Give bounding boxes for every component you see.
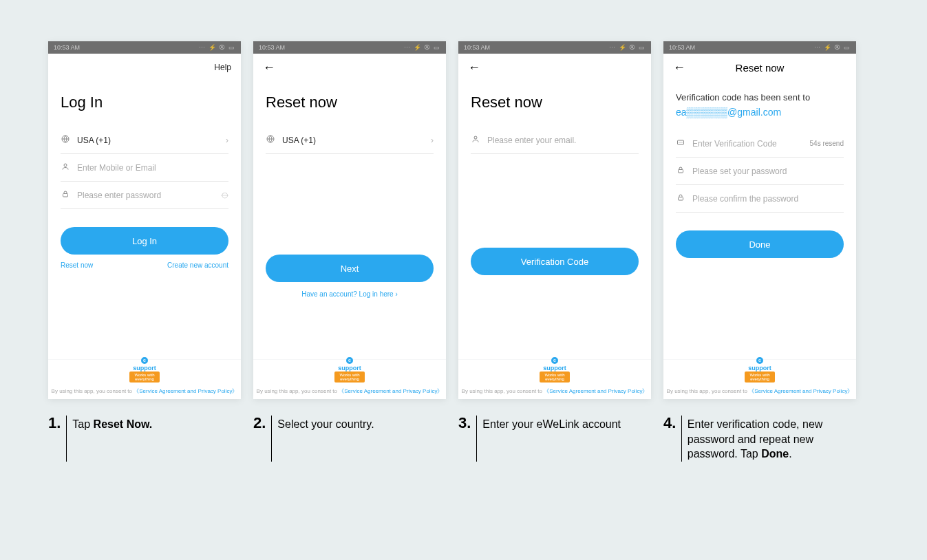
chevron-right-icon: › (226, 136, 228, 145)
status-icons: ⋯ ⚡ ⦿ ▭ (609, 44, 646, 51)
sent-email: ea▒▒▒▒▒▒@gmail.com (676, 107, 844, 118)
policy-prefix: By using this app, you consent to (52, 388, 134, 394)
code-icon (676, 138, 685, 149)
content: Log In USA (+1) › Enter Mobile or Email … (48, 81, 241, 399)
resend-timer: 54s resend (810, 140, 844, 147)
globe-icon (61, 135, 70, 145)
password-field[interactable]: Please enter password ⦵ (61, 182, 228, 209)
caption-bold: Done (761, 448, 789, 460)
status-icons: ⋯ ⚡ ⦿ ▭ (199, 44, 235, 51)
policy-link[interactable]: 《Service Agreement and Privacy Policy》 (339, 388, 443, 394)
support-e-icon: e (551, 357, 558, 364)
support-tag: Works with everything (745, 371, 775, 383)
policy-text: By using this app, you consent to 《Servi… (49, 387, 241, 395)
status-time: 10:53 AM (669, 44, 695, 51)
topbar-title: Reset now (663, 62, 856, 74)
sent-message: Verification code has been sent to (676, 92, 844, 103)
caption-text: Enter your eWeLink account (482, 416, 621, 432)
footer: e support Works with everything By using… (458, 337, 651, 399)
status-bar: 10:53 AM ⋯ ⚡ ⦿ ▭ (253, 41, 446, 54)
support-badge: e support Works with everything (129, 357, 160, 382)
done-button[interactable]: Done (676, 230, 844, 258)
caption-bold: Reset Now. (94, 418, 153, 430)
back-icon[interactable]: ← (263, 61, 275, 75)
country-label: USA (+1) (282, 136, 424, 145)
status-icons: ⋯ ⚡ ⦿ ▭ (404, 44, 440, 51)
globe-icon (266, 135, 275, 145)
back-icon[interactable]: ← (673, 61, 685, 75)
create-account-link[interactable]: Create new account (167, 261, 228, 269)
policy-prefix: By using this app, you consent to (667, 388, 749, 394)
caption-pre: Tap (72, 418, 93, 430)
email-field[interactable]: Please enter your email. (471, 127, 639, 154)
top-bar: ← (253, 54, 446, 81)
status-bar: 10:53 AM ⋯ ⚡ ⦿ ▭ (663, 41, 856, 54)
verification-code-button[interactable]: Verification Code (471, 248, 639, 275)
page-title: Log In (61, 94, 228, 111)
svg-rect-6 (679, 170, 683, 173)
status-icons: ⋯ ⚡ ⦿ ▭ (814, 44, 851, 51)
top-bar: ← Reset now (663, 54, 856, 81)
caption-1: 1. Tap Reset Now. (48, 416, 241, 462)
caption-post: . (789, 448, 791, 460)
support-badge: e support Works with everything (334, 357, 365, 382)
support-text: support (133, 365, 156, 371)
login-button[interactable]: Log In (61, 227, 228, 255)
caption-text: Select your country. (277, 416, 374, 432)
svg-rect-7 (679, 197, 683, 201)
support-tag: Works with everything (540, 371, 570, 383)
caption-text: Tap Reset Now. (72, 416, 152, 432)
lock-icon (676, 193, 685, 204)
chevron-right-icon: › (431, 136, 434, 145)
caption-2: 2. Select your country. (253, 416, 446, 462)
country-selector[interactable]: USA (+1) › (61, 127, 228, 154)
person-icon (471, 135, 480, 145)
top-bar: ← (458, 54, 651, 81)
svg-point-4 (474, 136, 477, 139)
footer: e support Works with everything By using… (663, 337, 856, 399)
caption-number: 1. (48, 416, 61, 431)
caption-3: 3. Enter your eWeLink account (458, 416, 651, 462)
username-placeholder: Enter Mobile or Email (77, 163, 228, 173)
person-icon (61, 162, 70, 173)
content: Reset now Please enter your email. Verif… (458, 81, 651, 399)
new-password-field[interactable]: Please set your password (676, 158, 844, 185)
caption-number: 2. (253, 416, 266, 431)
support-text: support (338, 365, 361, 371)
support-badge: e support Works with everything (540, 357, 570, 382)
caption-divider (66, 416, 67, 462)
svg-point-1 (64, 164, 67, 166)
captions-row: 1. Tap Reset Now. 2. Select your country… (0, 399, 927, 462)
policy-link[interactable]: 《Service Agreement and Privacy Policy》 (544, 388, 648, 394)
svg-rect-2 (63, 194, 68, 197)
policy-link[interactable]: 《Service Agreement and Privacy Policy》 (134, 388, 237, 394)
support-e-icon: e (141, 357, 148, 364)
screens-row: 10:53 AM ⋯ ⚡ ⦿ ▭ Help Log In USA (+1) › … (0, 0, 927, 399)
support-text: support (543, 365, 566, 371)
status-bar: 10:53 AM ⋯ ⚡ ⦿ ▭ (48, 41, 241, 54)
caption-number: 4. (663, 416, 676, 431)
policy-link[interactable]: 《Service Agreement and Privacy Policy》 (749, 388, 853, 394)
code-field[interactable]: Enter Verification Code 54s resend (676, 130, 844, 158)
login-here-link[interactable]: Have an account? Log in here › (266, 290, 434, 298)
content: Reset now USA (+1) › Next Have an accoun… (253, 81, 446, 399)
username-field[interactable]: Enter Mobile or Email (61, 154, 228, 182)
help-link[interactable]: Help (214, 63, 231, 72)
support-badge: e support Works with everything (745, 357, 775, 382)
next-button[interactable]: Next (266, 255, 434, 282)
back-icon[interactable]: ← (468, 61, 480, 75)
code-placeholder: Enter Verification Code (692, 139, 803, 149)
policy-text: By using this app, you consent to 《Servi… (664, 387, 856, 395)
lock-icon (676, 166, 685, 176)
policy-text: By using this app, you consent to 《Servi… (459, 387, 651, 395)
reset-now-link[interactable]: Reset now (61, 261, 93, 269)
caption-pre: Enter verification code, new password an… (688, 418, 823, 460)
country-selector[interactable]: USA (+1) › (266, 127, 434, 154)
lock-icon (61, 190, 70, 200)
screen-reset-code: 10:53 AM ⋯ ⚡ ⦿ ▭ ← Reset now Verificatio… (663, 41, 856, 399)
confirm-password-field[interactable]: Please confirm the password (676, 185, 844, 213)
page-title: Reset now (471, 94, 639, 111)
eye-icon[interactable]: ⦵ (221, 191, 228, 200)
screen-reset-email: 10:53 AM ⋯ ⚡ ⦿ ▭ ← Reset now Please ente… (458, 41, 651, 399)
caption-4: 4. Enter verification code, new password… (663, 416, 856, 462)
